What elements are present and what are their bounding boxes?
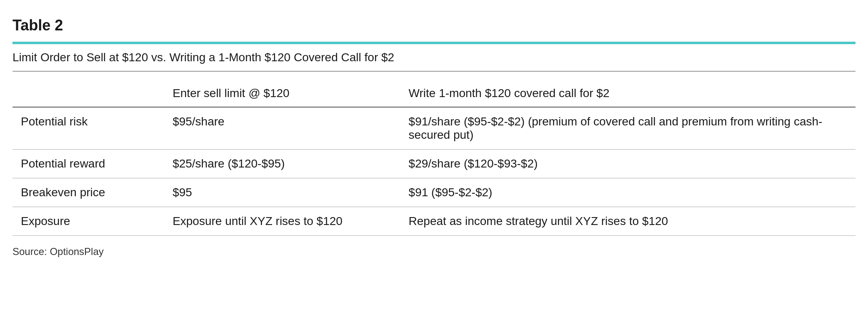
cell-risk-sell-limit: $95/share bbox=[164, 107, 400, 150]
cell-breakeven-covered-call: $91 ($95-$2-$2) bbox=[400, 178, 855, 207]
table-row: Exposure Exposure until XYZ rises to $12… bbox=[13, 207, 855, 236]
table-row: Potential reward $25/share ($120-$95) $2… bbox=[13, 150, 855, 178]
table-row: Potential risk $95/share $91/share ($95-… bbox=[13, 107, 855, 150]
row-label-potential-risk: Potential risk bbox=[13, 107, 164, 150]
teal-divider bbox=[13, 42, 855, 44]
col-header-covered-call: Write 1-month $120 covered call for $2 bbox=[400, 80, 855, 107]
table-row: Breakeven price $95 $91 ($95-$2-$2) bbox=[13, 178, 855, 207]
cell-exposure-covered-call: Repeat as income strategy until XYZ rise… bbox=[400, 207, 855, 236]
comparison-table: Enter sell limit @ $120 Write 1-month $1… bbox=[13, 80, 855, 236]
table-subtitle: Limit Order to Sell at $120 vs. Writing … bbox=[13, 51, 855, 72]
row-label-exposure: Exposure bbox=[13, 207, 164, 236]
source-attribution: Source: OptionsPlay bbox=[13, 246, 855, 258]
col-header-sell-limit: Enter sell limit @ $120 bbox=[164, 80, 400, 107]
row-label-potential-reward: Potential reward bbox=[13, 150, 164, 178]
cell-reward-sell-limit: $25/share ($120-$95) bbox=[164, 150, 400, 178]
table-header-row: Enter sell limit @ $120 Write 1-month $1… bbox=[13, 80, 855, 107]
cell-exposure-sell-limit: Exposure until XYZ rises to $120 bbox=[164, 207, 400, 236]
cell-breakeven-sell-limit: $95 bbox=[164, 178, 400, 207]
col-header-empty bbox=[13, 80, 164, 107]
cell-risk-covered-call: $91/share ($95-$2-$2) (premium of covere… bbox=[400, 107, 855, 150]
cell-reward-covered-call: $29/share ($120-$93-$2) bbox=[400, 150, 855, 178]
table-title: Table 2 bbox=[13, 17, 855, 38]
row-label-breakeven: Breakeven price bbox=[13, 178, 164, 207]
